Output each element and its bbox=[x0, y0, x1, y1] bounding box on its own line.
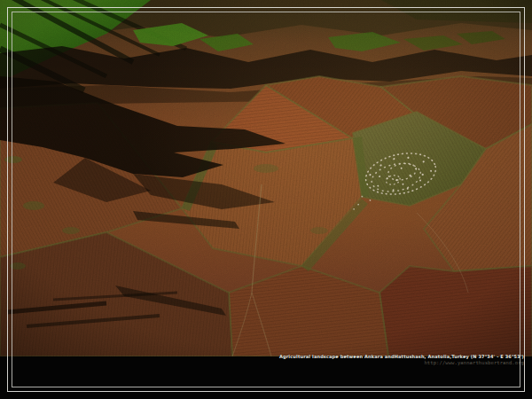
photo-credit-url: http://www.yannarthusbertrand.org bbox=[424, 360, 524, 365]
landscape-photo-svg bbox=[0, 0, 532, 356]
wallpaper: Agricultural landscape between Ankara an… bbox=[0, 0, 532, 399]
photo-caption: Agricultural landscape between Ankara an… bbox=[279, 354, 524, 359]
landscape-photo bbox=[0, 0, 532, 356]
grain-overlay bbox=[0, 0, 532, 356]
